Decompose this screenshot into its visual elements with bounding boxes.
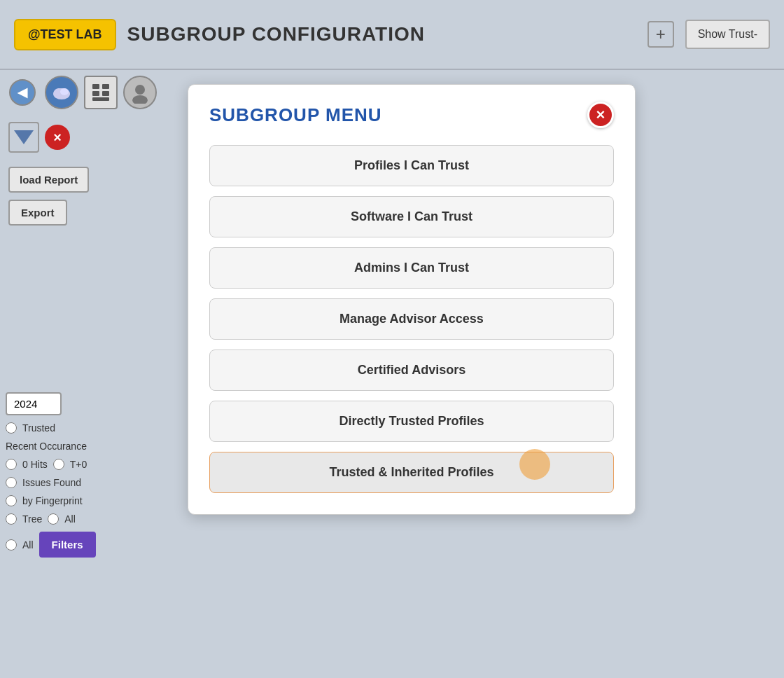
modal-close-button[interactable]: × [587,102,614,128]
recent-occurrence-label: Recent Occurance [6,441,96,452]
menu-option-button-2[interactable]: Admins I Can Trust [209,247,614,289]
tree-radio[interactable] [6,513,17,525]
menu-option-button-6[interactable]: Trusted & Inherited Profiles [209,452,614,493]
plus-icon: + [656,25,666,44]
modal-close-icon: × [596,106,606,124]
svg-rect-9 [92,97,109,101]
nav-icon-grid[interactable] [84,76,118,109]
add-button[interactable]: + [648,21,674,48]
menu-buttons-list: Profiles I Can TrustSoftware I Can Trust… [209,145,614,493]
fingerprint-radio[interactable] [6,495,17,506]
nav-icon-user[interactable] [123,76,157,109]
fingerprint-radio-row: by Fingerprint [6,495,96,506]
filters-button[interactable]: Filters [39,532,96,558]
testlab-badge[interactable]: @TEST LAB [14,19,116,50]
svg-point-11 [132,95,148,104]
trusted-radio[interactable] [6,422,17,434]
filter-button[interactable] [8,122,39,153]
export-button[interactable]: Export [8,200,67,226]
issues-label: Issues Found [22,477,81,488]
svg-rect-8 [102,91,109,96]
tree-label: Tree [22,513,42,525]
funnel-icon [14,130,34,144]
modal-header: SUBGROUP MENU × [209,102,614,128]
menu-option-button-0[interactable]: Profiles I Can Trust [209,145,614,186]
svg-rect-6 [102,84,109,89]
menu-option-button-4[interactable]: Certified Advisors [209,350,614,391]
hits-radio-row: 0 Hits T+0 [6,459,96,470]
svg-text:◀: ◀ [17,85,28,99]
trusted-label: Trusted [22,422,55,434]
hits-radio[interactable] [6,459,17,470]
header-bar: @TEST LAB SUBGROUP CONFIGURATION + Show … [0,0,784,70]
menu-option-button-5[interactable]: Directly Trusted Profiles [209,401,614,442]
nav-icon-first[interactable]: ◀ [6,76,39,109]
sidebar-close-button[interactable]: × [45,125,70,150]
all2-radio-row: All Filters [6,532,96,558]
menu-option-button-1[interactable]: Software I Can Trust [209,196,614,237]
svg-point-10 [135,85,145,95]
modal-title: SUBGROUP MENU [209,104,382,126]
svg-point-4 [60,88,69,95]
page-title: SUBGROUP CONFIGURATION [127,23,636,46]
svg-rect-5 [92,84,99,89]
close-icon: × [53,130,62,146]
nav-icon-cloud[interactable] [45,76,78,109]
sidebar-buttons: load Report Export [8,167,89,226]
svg-rect-7 [92,91,99,96]
t0-radio[interactable] [53,459,64,470]
fingerprint-label: by Fingerprint [22,495,83,506]
trusted-radio-row: Trusted [6,422,96,434]
issues-radio-row: Issues Found [6,477,96,488]
all-radio[interactable] [48,513,59,525]
show-trust-button[interactable]: Show Trust- [685,20,770,49]
load-report-button[interactable]: load Report [8,167,89,193]
all2-label: All [22,539,34,551]
t0-label: T+0 [70,459,88,470]
nav-icon-row: ◀ [6,76,157,109]
issues-radio[interactable] [6,477,17,488]
main-content: SUBGROUP MENU × Profiles I Can TrustSoft… [174,70,784,678]
cursor-indicator [519,449,550,480]
all2-radio[interactable] [6,539,17,551]
menu-option-button-3[interactable]: Manage Advisor Access [209,298,614,340]
tree-all-radio-row: Tree All [6,513,96,525]
subgroup-menu-modal: SUBGROUP MENU × Profiles I Can TrustSoft… [188,84,636,515]
all-label: All [64,513,76,525]
year-input[interactable] [6,392,62,415]
sidebar-controls: × [8,122,70,153]
hits-label: 0 Hits [22,459,48,470]
